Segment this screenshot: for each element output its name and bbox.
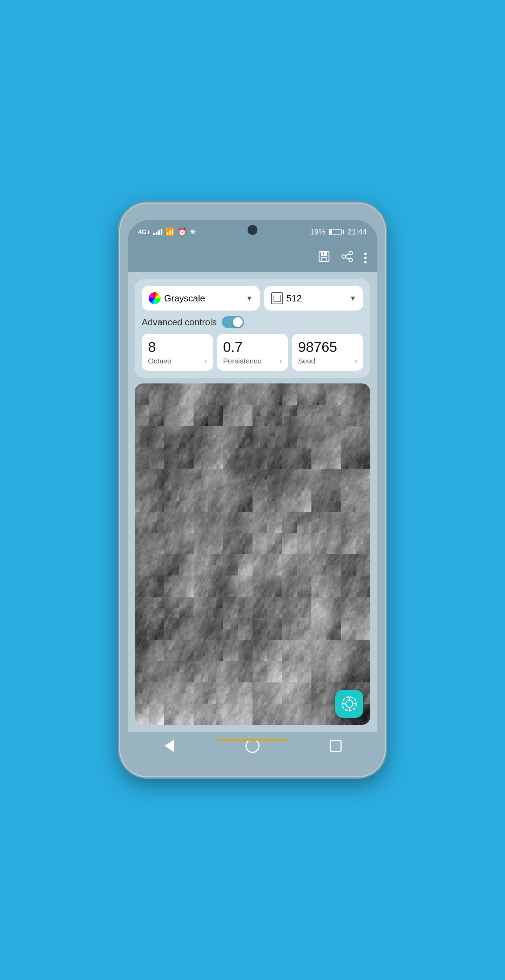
size-label: 512 [287, 293, 302, 304]
size-arrow: ▼ [349, 294, 356, 302]
svg-point-10 [364, 257, 367, 259]
svg-point-9 [364, 253, 367, 255]
advanced-controls-label: Advanced controls [142, 317, 217, 328]
advanced-controls-row: Advanced controls [142, 316, 363, 328]
back-button[interactable] [159, 739, 180, 753]
clock: 21:44 [347, 228, 367, 237]
bottom-nav [127, 732, 378, 760]
signal-bar-4 [161, 229, 162, 235]
signal-bar-3 [158, 230, 160, 235]
color-mode-arrow: ▼ [246, 294, 253, 302]
camera-notch [248, 225, 257, 235]
advanced-controls-toggle[interactable] [221, 316, 244, 328]
persistence-value: 0.7 [223, 339, 282, 355]
recents-button[interactable] [325, 739, 346, 753]
color-mode-dropdown[interactable]: Grayscale ▼ [142, 286, 260, 310]
persistence-arrow: › [279, 357, 282, 365]
seed-label: Seed [298, 357, 315, 365]
octave-label-row: Octave › [148, 357, 207, 365]
status-bar: 4G+ 📶 ⏰ ✳ 19% [127, 220, 378, 244]
signal-bar-1 [153, 233, 155, 235]
persistence-card[interactable]: 0.7 Persistence › [217, 334, 288, 371]
share-button[interactable] [341, 250, 354, 266]
noise-preview [135, 383, 370, 725]
home-button[interactable] [242, 739, 263, 753]
battery-indicator [329, 229, 344, 235]
scan-fab-button[interactable] [335, 690, 363, 718]
more-options-button[interactable] [364, 252, 367, 264]
battery-body [329, 229, 342, 235]
save-button[interactable] [318, 250, 330, 266]
svg-rect-1 [321, 252, 327, 256]
wifi-icon: 📶 [165, 228, 175, 237]
back-icon [164, 740, 174, 752]
controls-card: Grayscale ▼ 512 ▼ Advanced controls [135, 279, 370, 378]
octave-card[interactable]: 8 Octave › [142, 334, 213, 371]
recents-icon [330, 740, 342, 752]
persistence-label-row: Persistence › [223, 357, 282, 365]
svg-rect-2 [321, 257, 327, 261]
seed-card[interactable]: 98765 Seed › [292, 334, 363, 371]
phone-frame: 4G+ 📶 ⏰ ✳ 19% [119, 203, 386, 777]
phone-screen: 4G+ 📶 ⏰ ✳ 19% [127, 220, 378, 760]
network-indicator: 4G+ [138, 229, 150, 236]
seed-label-row: Seed › [298, 357, 357, 365]
svg-point-5 [342, 255, 346, 258]
svg-point-11 [364, 261, 367, 264]
battery-fill [330, 230, 332, 234]
svg-line-8 [346, 258, 349, 259]
octave-arrow: › [204, 357, 207, 365]
svg-line-7 [346, 254, 349, 256]
signal-bars [153, 229, 162, 235]
status-bar-left: 4G+ 📶 ⏰ ✳ [138, 228, 196, 237]
battery-tip [343, 230, 344, 234]
battery-percent: 19% [310, 228, 325, 237]
svg-point-13 [346, 700, 353, 707]
phone-wrapper: 4G+ 📶 ⏰ ✳ 19% [119, 203, 386, 777]
seed-value: 98765 [298, 339, 357, 355]
color-wheel-icon [149, 292, 161, 304]
persistence-label: Persistence [223, 357, 261, 365]
param-controls: 8 Octave › 0.7 Persistence › [142, 334, 363, 371]
size-icon [271, 292, 283, 304]
app-toolbar [127, 244, 378, 272]
bluetooth-icon: ✳ [190, 228, 196, 236]
svg-rect-3 [323, 252, 324, 255]
top-controls: Grayscale ▼ 512 ▼ [142, 286, 363, 310]
nav-indicator [217, 739, 288, 741]
size-dropdown[interactable]: 512 ▼ [264, 286, 363, 310]
app-content: Grayscale ▼ 512 ▼ Advanced controls [127, 272, 378, 732]
preview-container [135, 383, 370, 725]
svg-point-6 [349, 258, 352, 262]
octave-value: 8 [148, 339, 207, 355]
svg-point-4 [349, 251, 352, 255]
color-mode-label: Grayscale [164, 293, 205, 304]
alarm-icon: ⏰ [177, 228, 187, 237]
signal-bar-2 [156, 232, 158, 235]
octave-label: Octave [148, 357, 172, 365]
home-icon [245, 739, 260, 753]
seed-arrow: › [355, 357, 357, 365]
status-bar-right: 19% 21:44 [310, 228, 367, 237]
scan-icon [341, 695, 358, 712]
